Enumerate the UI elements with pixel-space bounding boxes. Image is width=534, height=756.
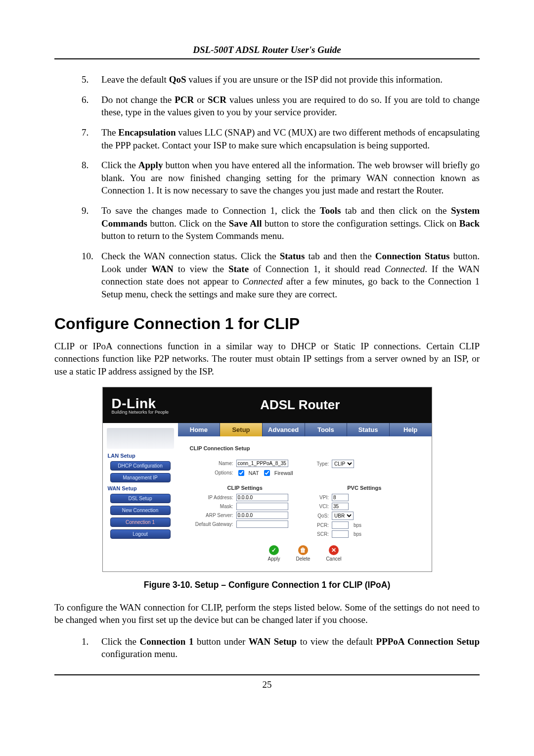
router-screenshot-figure: D-Link Building Networks for People ADSL… [102, 387, 432, 572]
label-firewall: Firewall [274, 470, 293, 476]
step-text: To save the changes made to Connection 1… [101, 204, 480, 242]
step-text: The Encapsulation values LLC (SNAP) and … [101, 126, 480, 151]
label-nat: NAT [249, 470, 259, 476]
instruction-list-a: 5. Leave the default QoS values if you a… [54, 73, 480, 301]
label-vpi: VPI: [309, 495, 329, 500]
panel-title: CLIP Connection Setup [190, 445, 420, 451]
pvc-settings: PVC Settings VPI: VCI: QoS:UBR PCR:bps S… [309, 484, 420, 539]
input-arp[interactable] [236, 512, 288, 519]
pvc-settings-title: PVC Settings [309, 485, 420, 491]
sidebar-item-new-connection[interactable]: New Connection [110, 506, 171, 515]
sidebar-title-wan: WAN Setup [108, 485, 174, 491]
product-image [107, 428, 174, 449]
close-icon: ✕ [329, 545, 339, 555]
clip-settings: CLIP Settings IP Address: Mask: ARP Serv… [190, 484, 301, 539]
dlink-logo: D-Link Building Networks for People [112, 396, 169, 415]
tab-status[interactable]: Status [347, 423, 390, 436]
label-mask: Mask: [190, 504, 233, 509]
tab-advanced[interactable]: Advanced [263, 423, 305, 436]
running-header: DSL-500T ADSL Router User's Guide [54, 45, 480, 55]
label-pcr: PCR: [309, 522, 329, 528]
page: DSL-500T ADSL Router User's Guide 5. Lea… [0, 0, 534, 756]
input-mask[interactable] [236, 503, 288, 510]
step-number: 1. [82, 635, 94, 661]
step-text: Do not change the PCR or SCR values unle… [101, 94, 480, 119]
step-9: 9. To save the changes made to Connectio… [82, 204, 480, 242]
sidebar-item-logout[interactable]: Logout [110, 529, 171, 539]
step-number: 9. [82, 204, 94, 242]
instruction-list-b: 1. Click the Connection 1 button under W… [54, 635, 480, 661]
trash-icon: 🗑 [298, 545, 308, 555]
input-pcr[interactable] [332, 521, 349, 529]
checkbox-nat[interactable] [238, 470, 244, 476]
label-qos: QoS: [309, 513, 329, 519]
router-header: D-Link Building Networks for People ADSL… [103, 387, 432, 423]
brand-tagline: Building Networks for People [112, 410, 169, 415]
post-figure-paragraph: To configure the WAN connection for CLIP… [54, 601, 480, 626]
select-type[interactable]: CLIP [332, 460, 354, 468]
step-5: 5. Leave the default QoS values if you a… [82, 73, 480, 86]
label-gateway: Default Gateway: [190, 521, 233, 527]
input-name[interactable] [236, 460, 288, 467]
section-intro: CLIP or IPoA connections function in a s… [54, 340, 480, 378]
check-icon: ✓ [269, 545, 279, 555]
step-8: 8. Click the Apply button when you have … [82, 159, 480, 197]
step-number: 5. [82, 73, 94, 86]
checkbox-firewall[interactable] [264, 470, 270, 476]
sidebar-item-management-ip[interactable]: Management IP [110, 473, 171, 482]
step-10: 10. Check the WAN connection status. Cli… [82, 250, 480, 301]
tab-home[interactable]: Home [178, 423, 221, 436]
label-type: Type: [309, 461, 329, 467]
settings-columns: CLIP Settings IP Address: Mask: ARP Serv… [190, 484, 420, 539]
tab-tools[interactable]: Tools [305, 423, 348, 436]
sidebar-title-lan: LAN Setup [108, 453, 174, 459]
cancel-button[interactable]: ✕Cancel [326, 545, 341, 562]
label-arp: ARP Server: [190, 513, 233, 518]
router-title: ADSL Router [178, 397, 422, 413]
label-name: Name: [190, 461, 233, 466]
row-name-type: Name: Options: NAT Firewall [190, 458, 420, 479]
section-heading: Configure Connection 1 for CLIP [54, 315, 480, 333]
unit-pcr: bps [354, 522, 361, 528]
footer-rule [54, 674, 480, 675]
action-row: ✓Apply 🗑Delete ✕Cancel [190, 545, 420, 562]
step-6: 6. Do not change the PCR or SCR values u… [82, 94, 480, 119]
router-body: LAN Setup DHCP Configuration Management … [103, 423, 432, 571]
step-number: 6. [82, 94, 94, 119]
label-options: Options: [190, 470, 233, 475]
input-gateway[interactable] [236, 520, 288, 528]
input-vpi[interactable] [332, 494, 349, 501]
clip-settings-title: CLIP Settings [190, 485, 301, 491]
label-vci: VCI: [309, 504, 329, 509]
step-text: Check the WAN connection status. Click t… [101, 250, 480, 301]
unit-scr: bps [354, 531, 361, 537]
router-sidebar: LAN Setup DHCP Configuration Management … [103, 423, 178, 571]
step-b1: 1. Click the Connection 1 button under W… [82, 635, 480, 661]
input-ip[interactable] [236, 494, 288, 501]
page-number: 25 [54, 679, 480, 690]
figure-caption: Figure 3-10. Setup – Configure Connectio… [54, 580, 480, 590]
sidebar-item-dhcp[interactable]: DHCP Configuration [110, 461, 171, 471]
sidebar-item-dsl-setup[interactable]: DSL Setup [110, 494, 171, 503]
step-text: Leave the default QoS values if you are … [101, 73, 480, 86]
input-scr[interactable] [332, 530, 349, 538]
step-text: Click the Apply button when you have ent… [101, 159, 480, 197]
label-ip: IP Address: [190, 495, 233, 500]
router-tabbar: Home Setup Advanced Tools Status Help [178, 423, 432, 436]
step-text: Click the Connection 1 button under WAN … [101, 635, 480, 661]
step-7: 7. The Encapsulation values LLC (SNAP) a… [82, 126, 480, 151]
step-number: 8. [82, 159, 94, 197]
label-scr: SCR: [309, 531, 329, 537]
header-rule [54, 58, 480, 59]
router-main: Home Setup Advanced Tools Status Help CL… [178, 423, 432, 571]
router-panel: CLIP Connection Setup Name: Options: NAT [178, 436, 432, 571]
step-number: 10. [82, 250, 94, 301]
tab-setup[interactable]: Setup [220, 423, 263, 436]
delete-button[interactable]: 🗑Delete [296, 545, 310, 562]
step-number: 7. [82, 126, 94, 151]
sidebar-item-connection-1[interactable]: Connection 1 [110, 518, 171, 527]
select-qos[interactable]: UBR [332, 512, 354, 520]
apply-button[interactable]: ✓Apply [267, 545, 280, 562]
input-vci[interactable] [332, 503, 349, 510]
tab-help[interactable]: Help [390, 423, 432, 436]
